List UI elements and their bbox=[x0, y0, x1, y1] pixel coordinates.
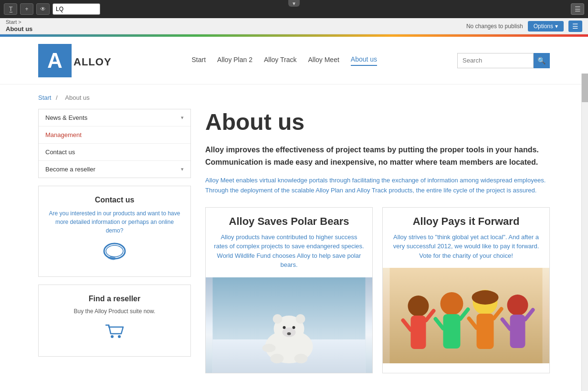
site-header: A ALLOY Start Alloy Plan 2 Alloy Track A… bbox=[0, 37, 588, 85]
breadcrumb-separator: / bbox=[56, 94, 58, 101]
cards-row: Alloy Saves Polar Bears Alloy products h… bbox=[205, 207, 550, 373]
polar-bear-image bbox=[206, 277, 372, 373]
reseller-icon[interactable] bbox=[46, 321, 183, 347]
toggle-arrow: ▼ bbox=[292, 1, 296, 6]
plus-icon: + bbox=[25, 6, 28, 12]
svg-point-12 bbox=[283, 326, 286, 329]
svg-point-1 bbox=[106, 245, 123, 257]
logo-text-area: ALLOY bbox=[72, 53, 112, 68]
no-changes-label: No changes to publish bbox=[466, 23, 523, 30]
search-area: 🔍 bbox=[457, 53, 550, 68]
cms-bar-right: No changes to publish Options ▾ ☰ bbox=[466, 21, 582, 32]
children-image bbox=[383, 268, 549, 363]
main-layout: News & Events ▾ Management Contact us Be… bbox=[38, 109, 550, 373]
card-pays-forward: Alloy Pays it Forward Alloy strives to "… bbox=[382, 207, 550, 373]
svg-rect-20 bbox=[411, 316, 426, 349]
sidebar-item-management[interactable]: Management bbox=[39, 127, 190, 144]
logo-text: ALLOY bbox=[74, 56, 112, 68]
search-input[interactable] bbox=[457, 53, 534, 68]
eye-icon: 👁 bbox=[40, 6, 46, 12]
svg-point-19 bbox=[408, 296, 429, 317]
search-icon: 🔍 bbox=[537, 57, 546, 64]
toolbar: ▼ T̲ + 👁 ☰ bbox=[0, 0, 588, 18]
search-button[interactable]: 🔍 bbox=[534, 53, 550, 68]
breadcrumb-start-link[interactable]: Start bbox=[38, 94, 51, 101]
toolbar-type-btn[interactable]: T̲ bbox=[4, 3, 17, 15]
nav-alloy-meet[interactable]: Alloy Meet bbox=[308, 56, 339, 65]
svg-point-32 bbox=[507, 295, 528, 316]
svg-point-3 bbox=[111, 335, 114, 338]
svg-point-10 bbox=[296, 314, 305, 324]
cms-breadcrumb-start-link[interactable]: Start > bbox=[6, 19, 21, 25]
svg-point-9 bbox=[273, 314, 283, 324]
cms-breadcrumb-area: Start > About us bbox=[6, 19, 32, 33]
sidebar: News & Events ▾ Management Contact us Be… bbox=[38, 109, 191, 357]
toolbar-add-btn[interactable]: + bbox=[20, 3, 33, 15]
reseller-card-title: Find a reseller bbox=[46, 295, 183, 303]
cms-page-title: About us bbox=[6, 25, 32, 33]
card-polar-bears-title: Alloy Saves Polar Bears bbox=[213, 215, 365, 228]
options-label: Options bbox=[534, 23, 553, 30]
svg-point-17 bbox=[262, 344, 276, 352]
type-icon: T̲ bbox=[9, 6, 12, 12]
sidebar-item-contact[interactable]: Contact us bbox=[39, 144, 190, 161]
cms-breadcrumb-top: Start > bbox=[6, 19, 32, 25]
nav-about-us[interactable]: About us bbox=[351, 55, 377, 66]
svg-rect-29 bbox=[477, 314, 494, 349]
contact-card-title: Contact us bbox=[46, 196, 183, 204]
contact-card-text: Are you interested in our products and w… bbox=[46, 209, 183, 235]
page-main-title: About us bbox=[205, 109, 550, 135]
page-content: About us Alloy improves the effectivenes… bbox=[205, 109, 550, 373]
toolbar-preview-btn[interactable]: 👁 bbox=[36, 3, 50, 15]
nav-alloy-plan[interactable]: Alloy Plan 2 bbox=[217, 56, 252, 65]
website-container: A ALLOY Start Alloy Plan 2 Alloy Track A… bbox=[0, 37, 588, 391]
card-polar-bears-header: Alloy Saves Polar Bears Alloy products h… bbox=[206, 208, 372, 277]
cms-bar: Start > About us No changes to publish O… bbox=[0, 18, 588, 34]
options-chevron-icon: ▾ bbox=[555, 23, 558, 30]
card-pays-forward-header: Alloy Pays it Forward Alloy strives to "… bbox=[383, 208, 549, 268]
site-nav: Start Alloy Plan 2 Alloy Track Alloy Mee… bbox=[191, 55, 377, 66]
svg-rect-33 bbox=[510, 315, 525, 348]
nav-start[interactable]: Start bbox=[191, 56, 206, 65]
nav-alloy-track[interactable]: Alloy Track bbox=[264, 56, 296, 65]
breadcrumb: Start / About us bbox=[38, 94, 550, 101]
sidebar-news-events-chevron: ▾ bbox=[181, 115, 184, 121]
reseller-card: Find a reseller Buy the Alloy Product su… bbox=[38, 285, 191, 357]
scrollbar-thumb[interactable] bbox=[582, 74, 588, 102]
list-lines-icon: ☰ bbox=[575, 5, 581, 13]
sidebar-reseller-chevron: ▾ bbox=[181, 166, 184, 172]
svg-point-0 bbox=[104, 243, 125, 259]
contact-icon[interactable] bbox=[46, 242, 183, 267]
sidebar-reseller-label: Become a reseller bbox=[45, 166, 95, 173]
sidebar-item-news-events[interactable]: News & Events ▾ bbox=[39, 109, 190, 127]
svg-point-14 bbox=[287, 332, 291, 335]
card-pays-forward-text: Alloy strives to "think global yet act l… bbox=[390, 232, 542, 261]
logo-box: A bbox=[38, 44, 72, 77]
svg-point-15 bbox=[271, 354, 284, 363]
logo-area: A ALLOY bbox=[38, 44, 112, 77]
svg-point-16 bbox=[294, 354, 308, 363]
page-intro-text: Alloy Meet enables virtual knowledge por… bbox=[205, 176, 550, 196]
sidebar-menu: News & Events ▾ Management Contact us Be… bbox=[38, 109, 191, 178]
cms-list-button[interactable]: ☰ bbox=[568, 21, 582, 32]
card-pays-forward-title: Alloy Pays it Forward bbox=[390, 215, 542, 228]
cms-list-icon: ☰ bbox=[572, 22, 578, 30]
svg-point-4 bbox=[118, 335, 121, 338]
toolbar-search-input[interactable] bbox=[52, 3, 100, 15]
svg-point-28 bbox=[472, 290, 499, 305]
toolbar-right-icon-btn[interactable]: ☰ bbox=[571, 3, 584, 15]
page-intro-bold: Alloy improves the effectiveness of proj… bbox=[205, 144, 550, 168]
options-button[interactable]: Options ▾ bbox=[528, 21, 564, 32]
card-polar-bears: Alloy Saves Polar Bears Alloy products h… bbox=[205, 207, 373, 373]
sidebar-item-reseller[interactable]: Become a reseller ▾ bbox=[39, 161, 190, 178]
toolbar-right: ☰ bbox=[571, 3, 584, 15]
toolbar-toggle[interactable]: ▼ bbox=[288, 0, 300, 7]
site-wrapper: A ALLOY Start Alloy Plan 2 Alloy Track A… bbox=[0, 37, 588, 391]
svg-point-13 bbox=[293, 326, 295, 329]
content-area: Start / About us News & Events ▾ Managem… bbox=[0, 85, 588, 391]
svg-point-23 bbox=[441, 292, 463, 315]
scrollbar[interactable] bbox=[581, 74, 588, 391]
card-polar-bears-text: Alloy products have contributed to highe… bbox=[213, 232, 365, 270]
reseller-card-text: Buy the Alloy Product suite now. bbox=[46, 308, 183, 315]
sidebar-management-label: Management bbox=[45, 131, 82, 138]
